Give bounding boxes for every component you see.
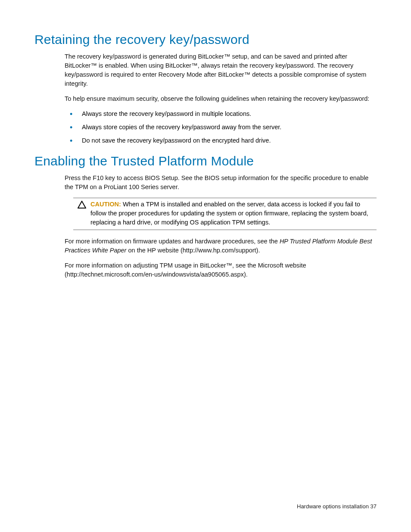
paragraph: Press the F10 key to access BIOS Setup. … [65, 174, 377, 192]
paragraph: The recovery key/password is generated d… [65, 52, 377, 88]
caution-text: CAUTION: When a TPM is installed and ena… [90, 200, 377, 227]
section2-body: Press the F10 key to access BIOS Setup. … [65, 174, 377, 279]
paragraph: For more information on adjusting TPM us… [65, 261, 377, 279]
heading-enabling-tpm: Enabling the Trusted Platform Module [34, 154, 377, 168]
bullet-list: Always store the recovery key/password i… [65, 109, 377, 145]
paragraph: To help ensure maximum security, observe… [65, 94, 377, 103]
caution-callout: CAUTION: When a TPM is installed and ena… [73, 198, 377, 230]
text-run: on the HP website (http://www.hp.com/sup… [126, 247, 260, 254]
document-page: Retaining the recovery key/password The … [0, 0, 411, 532]
list-item: Always store copies of the recovery key/… [65, 123, 377, 132]
paragraph: For more information on firmware updates… [65, 237, 377, 255]
section1-body: The recovery key/password is generated d… [65, 52, 377, 145]
text-run: For more information on firmware updates… [65, 238, 280, 245]
list-item: Always store the recovery key/password i… [65, 109, 377, 118]
caution-icon [73, 200, 90, 227]
caution-label: CAUTION: [90, 201, 121, 208]
page-footer: Hardware options installation 37 [297, 503, 377, 510]
heading-retaining-recovery: Retaining the recovery key/password [34, 32, 377, 47]
caution-body: When a TPM is installed and enabled on t… [90, 201, 368, 226]
list-item: Do not save the recovery key/password on… [65, 136, 377, 145]
